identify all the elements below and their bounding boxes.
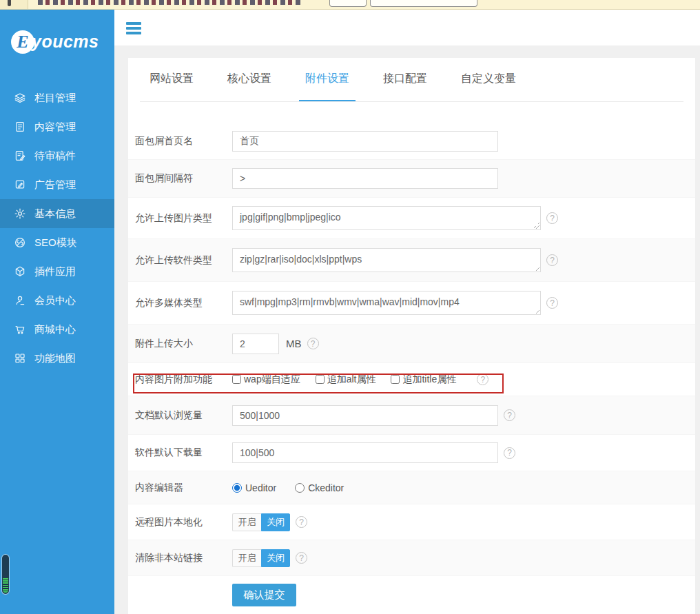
ad-icon: [14, 178, 26, 191]
help-icon[interactable]: ?: [504, 409, 515, 421]
media-types-textarea[interactable]: swf|mpg|mp3|rm|rmvb|wmv|wma|wav|mid|mov|…: [232, 291, 541, 315]
append-title-checkbox[interactable]: [391, 375, 400, 384]
field-label: 文档默认浏览量: [135, 409, 232, 422]
checkbox-label: 追加alt属性: [327, 373, 376, 386]
field-label: 清除非本站链接: [135, 552, 232, 564]
tab-core-settings[interactable]: 核心设置: [221, 58, 278, 101]
unit-label: MB: [286, 338, 302, 349]
help-icon[interactable]: ?: [307, 338, 319, 349]
clipped-text: [38, 0, 301, 5]
clipped-button[interactable]: [329, 0, 367, 7]
field-label: 允许上传图片类型: [135, 212, 232, 225]
disable-button[interactable]: 关闭: [261, 549, 290, 567]
sidebar-item-mall[interactable]: 商城中心: [0, 315, 114, 344]
image-types-textarea[interactable]: jpg|gif|png|bmp|jpeg|ico: [232, 206, 541, 230]
field-label: 面包屑首页名: [135, 135, 232, 147]
sidebar-item-label: SEO模块: [34, 236, 77, 249]
sidebar-item-ads[interactable]: 广告管理: [0, 170, 114, 199]
software-types-textarea[interactable]: zip|gz|rar|iso|doc|xls|ppt|wps: [232, 248, 541, 272]
progress-stripes: [3, 578, 8, 593]
ueditor-radio[interactable]: [232, 483, 242, 493]
doc-views-input[interactable]: [232, 405, 498, 426]
help-icon[interactable]: ?: [504, 447, 515, 459]
form-row-editor: 内容编辑器 Ueditor Ckeditor: [128, 471, 695, 504]
grid-icon: [14, 352, 26, 365]
field-label: 内容编辑器: [135, 482, 232, 494]
form-row-software-types: 允许上传软件类型 zip|gz|rar|iso|doc|xls|ppt|wps …: [128, 239, 695, 282]
plugin-icon: [14, 265, 26, 278]
wap-adaptive-checkbox[interactable]: [232, 375, 241, 384]
settings-tabs: 网站设置 核心设置 附件设置 接口配置 自定义变量: [140, 58, 683, 102]
sidebar-nav: 栏目管理 内容管理 待审稿件 广告管理 基本信息 SEO模块 插件应用 会员中: [0, 83, 114, 373]
admin-header: [114, 9, 700, 45]
field-label: 允许多媒体类型: [135, 297, 232, 309]
tab-attachment-settings[interactable]: 附件设置: [299, 58, 356, 101]
submit-button[interactable]: 确认提交: [232, 584, 296, 606]
field-label: 附件上传大小: [135, 338, 232, 350]
form-row-media-types: 允许多媒体类型 swf|mpg|mp3|rm|rmvb|wmv|wma|wav|…: [128, 282, 695, 325]
eyoucms-logo[interactable]: E youcms: [0, 9, 114, 74]
sidebar-item-columns[interactable]: 栏目管理: [0, 83, 114, 112]
member-icon: [14, 294, 26, 307]
logo-e-badge: E: [11, 30, 34, 54]
sidebar-item-label: 基本信息: [34, 207, 76, 221]
sidebar-item-sitemap[interactable]: 功能地图: [0, 344, 114, 373]
sidebar-item-label: 插件应用: [34, 265, 76, 278]
menu-toggle-icon[interactable]: [126, 22, 141, 34]
tab-site-settings[interactable]: 网站设置: [143, 58, 200, 101]
logo-text: youcms: [32, 32, 99, 52]
breadcrumb-home-input[interactable]: [232, 131, 498, 152]
field-label: 允许上传软件类型: [135, 254, 232, 267]
clipped-notice-bar: [0, 0, 700, 10]
help-icon[interactable]: ?: [477, 373, 488, 385]
sidebar-item-label: 待审稿件: [34, 150, 76, 163]
form-row-soft-downloads: 软件默认下载量 ?: [128, 435, 695, 471]
ckeditor-radio[interactable]: [295, 483, 305, 493]
sidebar-item-content[interactable]: 内容管理: [0, 112, 114, 141]
main-content: 网站设置 核心设置 附件设置 接口配置 自定义变量 面包屑首页名 面包屑间隔符 …: [114, 45, 700, 614]
document-icon: [14, 121, 26, 133]
sidebar-item-label: 内容管理: [34, 121, 76, 134]
sidebar-item-basic-info[interactable]: 基本信息: [0, 199, 114, 228]
sidebar: E youcms 栏目管理 内容管理 待审稿件 广告管理 基本信息 SEO模块: [0, 9, 114, 614]
ckeditor-option[interactable]: Ckeditor: [295, 482, 344, 493]
gear-icon: [14, 207, 26, 220]
sidebar-item-label: 商城中心: [34, 323, 76, 336]
sidebar-item-label: 功能地图: [34, 352, 76, 365]
field-label: 内容图片附加功能: [135, 373, 232, 386]
ueditor-option[interactable]: Ueditor: [232, 482, 276, 493]
help-icon[interactable]: ?: [546, 212, 558, 224]
clipped-input[interactable]: [370, 0, 477, 7]
sidebar-item-seo[interactable]: SEO模块: [0, 228, 114, 257]
breadcrumb-separator-input[interactable]: [232, 168, 498, 189]
remote-image-toggle: 开启 关闭: [232, 513, 290, 531]
sidebar-item-pending-drafts[interactable]: 待审稿件: [0, 141, 114, 170]
sidebar-item-label: 会员中心: [34, 294, 76, 307]
layers-icon: [14, 92, 26, 104]
form-row-breadcrumb-home: 面包屑首页名: [128, 123, 695, 160]
notice-bar-left-segment: [0, 0, 28, 9]
sidebar-item-members[interactable]: 会员中心: [0, 286, 114, 315]
enable-button[interactable]: 开启: [232, 513, 261, 531]
enable-button[interactable]: 开启: [232, 549, 261, 567]
soft-downloads-input[interactable]: [232, 442, 498, 463]
tab-custom-variables[interactable]: 自定义变量: [455, 58, 522, 101]
help-icon[interactable]: ?: [546, 254, 558, 266]
append-alt-checkbox[interactable]: [316, 375, 325, 384]
floating-indicator-widget[interactable]: [2, 555, 9, 594]
wap-adaptive-option[interactable]: wap端自适应: [232, 373, 300, 386]
help-icon[interactable]: ?: [296, 516, 307, 528]
upload-size-input[interactable]: [232, 334, 279, 354]
help-icon[interactable]: ?: [296, 552, 307, 564]
settings-panel: 网站设置 核心设置 附件设置 接口配置 自定义变量 面包屑首页名 面包屑间隔符 …: [128, 58, 695, 614]
tab-api-config[interactable]: 接口配置: [377, 58, 433, 101]
cart-icon: [14, 323, 26, 336]
sidebar-item-label: 广告管理: [34, 178, 76, 192]
form-row-clear-external-links: 清除非本站链接 开启 关闭 ?: [128, 540, 695, 576]
sidebar-item-plugins[interactable]: 插件应用: [0, 257, 114, 286]
append-title-option[interactable]: 追加title属性: [391, 373, 456, 386]
disable-button[interactable]: 关闭: [261, 513, 290, 531]
append-alt-option[interactable]: 追加alt属性: [316, 373, 376, 386]
form-row-remote-image-localize: 远程图片本地化 开启 关闭 ?: [128, 504, 695, 540]
help-icon[interactable]: ?: [546, 297, 558, 309]
